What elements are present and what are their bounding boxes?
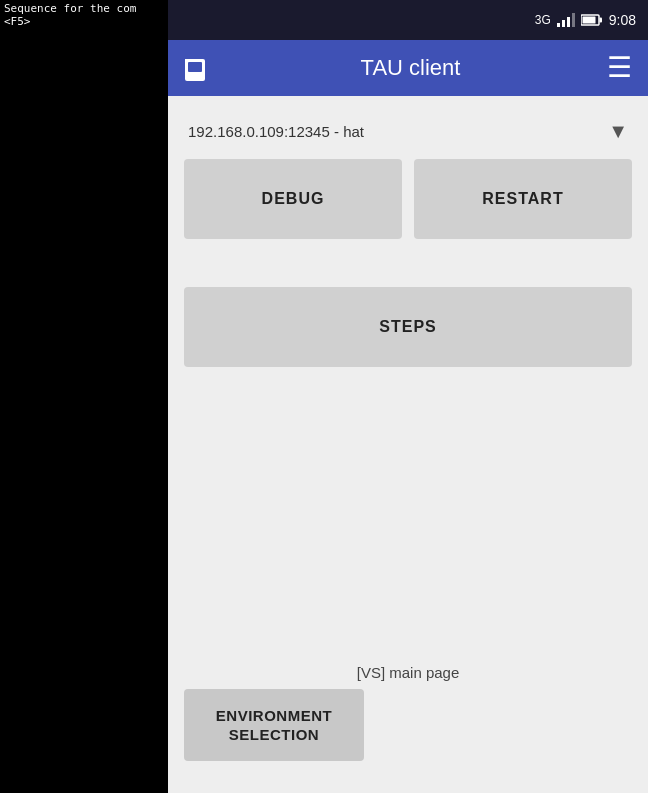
svg-rect-2 [567,17,570,27]
svg-rect-6 [582,17,595,24]
steps-button[interactable]: STEPS [184,287,632,367]
main-panel: 3G 9:08 TAU client ☰ 192.168.0. [168,0,648,793]
signal-bars-icon [557,13,575,27]
spacer-2 [184,271,632,287]
spacer-1 [184,255,632,271]
svg-rect-8 [188,62,202,72]
app-bar: TAU client ☰ [168,40,648,96]
environment-selection-button[interactable]: ENVIRONMENT SELECTION [184,689,364,761]
svg-rect-5 [599,18,602,23]
battery-icon [581,14,603,26]
app-title: TAU client [361,55,461,81]
network-indicator: 3G [535,13,551,27]
terminal-panel: Sequence for the com <F5> [0,0,168,793]
restart-button[interactable]: RESTART [414,159,632,239]
connection-dropdown[interactable]: 192.168.0.109:12345 - hat ▼ [184,112,632,151]
bottom-area: [VS] main page ENVIRONMENT SELECTION [184,648,632,777]
terminal-line-2: <F5> [4,15,31,28]
dropdown-value: 192.168.0.109:12345 - hat [188,123,364,140]
svg-rect-1 [562,20,565,27]
terminal-line-1: Sequence for the com [4,2,136,15]
vs-label: [VS] main page [184,648,632,689]
svg-rect-0 [557,23,560,27]
debug-button[interactable]: DEBUG [184,159,402,239]
dropdown-arrow-icon: ▼ [608,120,628,143]
sim-card-icon [184,54,206,82]
status-time: 9:08 [609,12,636,28]
action-buttons-row: DEBUG RESTART [184,159,632,239]
svg-rect-3 [572,13,575,27]
content-area: 192.168.0.109:12345 - hat ▼ DEBUG RESTAR… [168,96,648,793]
status-bar: 3G 9:08 [168,0,648,40]
hamburger-menu-icon[interactable]: ☰ [607,54,632,82]
